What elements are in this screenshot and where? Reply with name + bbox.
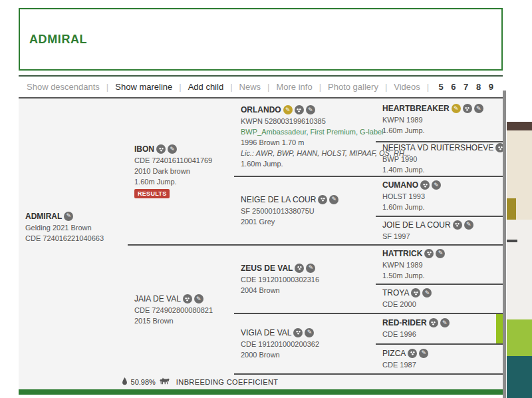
horse-details: 1996 Brown 1.70 m: [241, 137, 376, 148]
menu-show-mareline[interactable]: Show mareline: [108, 82, 179, 92]
horse-details: Gelding 2021 Brown: [25, 222, 128, 233]
clipped-content-block: [507, 356, 532, 398]
registry-number: SF 1997: [382, 231, 503, 242]
registry-number: CDE 1987: [382, 359, 503, 370]
pedigree-node-vigia: VIGIA DE VAL ✎ CDE 191201000200362 2000 …: [234, 314, 376, 375]
jump-level: 1.60m Jump.: [382, 202, 503, 212]
clipped-content-block: [507, 319, 532, 356]
footer-bar: [19, 389, 503, 395]
edit-icon[interactable]: ✎: [305, 328, 314, 337]
menu-news[interactable]: News: [233, 82, 268, 92]
generation-selector[interactable]: 5 6 7 8 9: [438, 82, 496, 92]
menu-add-child[interactable]: Add child: [182, 82, 230, 92]
horse-name-link[interactable]: PIZCA: [382, 349, 406, 358]
registry-number: CDE 724902800080821: [134, 305, 234, 315]
results-badge[interactable]: RESULTS: [134, 189, 170, 198]
pedigree-node-heartbreaker: HEARTBREAKER ✎ ✎ KWPN 1989 1.60m Jump.: [376, 99, 503, 142]
horse-details: 2015 Brown: [134, 315, 234, 326]
horse-name-link[interactable]: TROYA: [382, 288, 409, 298]
pedigree-node-pizca: PIZCA ✎ CDE 1987: [376, 345, 503, 375]
offspring-icon[interactable]: [453, 220, 462, 230]
menu-videos[interactable]: Videos: [387, 82, 427, 92]
jump-level: 1.60m Jump.: [382, 125, 503, 136]
edit-icon[interactable]: ✎: [64, 212, 73, 221]
edit-icon[interactable]: ✎: [432, 180, 441, 190]
edit-icon[interactable]: ✎: [440, 318, 450, 327]
registry-number: KWPN 528003199610385: [241, 116, 376, 126]
pedigree-node-redrider: RED-RIDER ✎ CDE 1996: [376, 314, 503, 345]
clipped-content-block: [516, 198, 532, 220]
horse-name-link[interactable]: JOIE DE LA COUR: [382, 220, 451, 230]
pedigree-tree: ADMIRAL ✎ Gelding 2021 Brown CDE 7240162…: [19, 99, 503, 389]
highlight-bar: [496, 314, 503, 343]
window-edge: [503, 91, 506, 398]
horse-name-link[interactable]: IBON: [134, 144, 154, 154]
offspring-icon[interactable]: [429, 318, 438, 327]
edit-icon[interactable]: ✎: [419, 349, 428, 358]
pedigree-node-nefista: NEFISTA VD RUITERSHOEVE ✎ BWP 1990 1.40m…: [376, 142, 503, 177]
edit-icon[interactable]: ✎: [168, 144, 177, 154]
registry-number: CDE 2000: [382, 299, 503, 309]
horse-name-link[interactable]: ORLANDO: [241, 105, 281, 114]
edit-icon[interactable]: ✎: [474, 104, 483, 113]
registry-number: CDE 724016110041769: [134, 155, 234, 166]
pedigree-node-ibon: IBON ✎ CDE 724016110041769 2010 Dark bro…: [128, 99, 234, 246]
offspring-icon[interactable]: [411, 288, 420, 298]
menu-show-descendants[interactable]: Show descendants: [20, 82, 106, 92]
edit-icon[interactable]: ✎: [329, 195, 338, 204]
registry-number: SF 25000101338075U: [241, 206, 376, 216]
offspring-icon[interactable]: [424, 249, 434, 258]
pedigree-node-zeus: ZEUS DE VAL ✎ CDE 191201000302316 2004 B…: [234, 246, 376, 314]
offspring-icon[interactable]: [463, 104, 472, 113]
jump-level: 1.40m Jump.: [382, 164, 503, 175]
horse-name-link[interactable]: VIGIA DE VAL: [241, 328, 291, 337]
horse-name-link[interactable]: JAIA DE VAL: [134, 294, 181, 303]
jump-level: 1.60m Jump.: [241, 158, 376, 169]
main-content: ADMIRAL Show descendants | Show mareline…: [19, 0, 503, 395]
horse-name-link[interactable]: NEIGE DE LA COUR: [241, 195, 316, 204]
studbook-labels[interactable]: BWP_Ambassadeur, First Premium, G-label: [241, 126, 376, 137]
inbreeding-row: 50.98% INBREEDING COEFFICIENT: [19, 375, 376, 389]
gold-pencil-icon[interactable]: ✎: [283, 105, 293, 114]
horse-name-link[interactable]: NEFISTA VD RUITERSHOEVE: [382, 143, 493, 152]
horse-name-link[interactable]: CUMANO: [382, 180, 418, 190]
offspring-icon[interactable]: [156, 144, 166, 154]
edit-icon[interactable]: ✎: [436, 249, 445, 258]
horse-name-link[interactable]: ADMIRAL: [25, 212, 62, 221]
clipped-content-block: [507, 220, 532, 319]
registry-number: BWP 1990: [382, 154, 503, 164]
edit-icon[interactable]: ✎: [306, 105, 315, 114]
offspring-icon[interactable]: [420, 180, 430, 190]
registry-number: CDE 1996: [382, 329, 503, 339]
offspring-icon[interactable]: [293, 328, 303, 337]
horse-icon: [159, 377, 170, 387]
horse-name-link[interactable]: HEARTBREAKER: [382, 104, 450, 113]
pedigree-node-orlando: ORLANDO ✎ ✎ KWPN 528003199610385 BWP_Amb…: [234, 99, 376, 177]
offspring-icon[interactable]: [408, 349, 417, 358]
registry-number: CDE 191201000302316: [241, 274, 376, 285]
horse-name-link[interactable]: ZEUS DE VAL: [241, 264, 293, 273]
pedigree-node-joie: JOIE DE LA COUR ✎ SF 1997: [376, 217, 503, 246]
page-title: ADMIRAL: [29, 33, 87, 47]
offspring-icon[interactable]: [318, 195, 327, 204]
edit-icon[interactable]: ✎: [306, 264, 315, 273]
menu-more-info[interactable]: More info: [269, 82, 319, 92]
clipped-content-block: [507, 122, 532, 130]
edit-icon[interactable]: ✎: [464, 220, 473, 230]
inbreeding-label: INBREEDING COEFFICIENT: [176, 378, 279, 386]
horse-name-link[interactable]: HATTRICK: [382, 249, 422, 258]
pedigree-node-neige: NEIGE DE LA COUR ✎ SF 25000101338075U 20…: [234, 177, 376, 246]
horse-details: 2004 Brown: [241, 285, 376, 296]
offspring-icon[interactable]: [295, 264, 304, 273]
drop-icon: [122, 377, 128, 387]
gold-pencil-icon[interactable]: ✎: [452, 104, 461, 113]
pedigree-node-hattrick: HATTRICK ✎ KWPN 1989 1.50m Jump.: [376, 246, 503, 285]
jump-level: 1.50m Jump.: [382, 270, 503, 281]
edit-icon[interactable]: ✎: [422, 288, 432, 298]
offspring-icon[interactable]: [295, 105, 304, 114]
horse-details: 2001 Grey: [241, 216, 376, 227]
edit-icon[interactable]: ✎: [194, 294, 203, 303]
menu-photo-gallery[interactable]: Photo gallery: [321, 82, 385, 92]
horse-name-link[interactable]: RED-RIDER: [382, 318, 427, 327]
offspring-icon[interactable]: [183, 294, 192, 303]
